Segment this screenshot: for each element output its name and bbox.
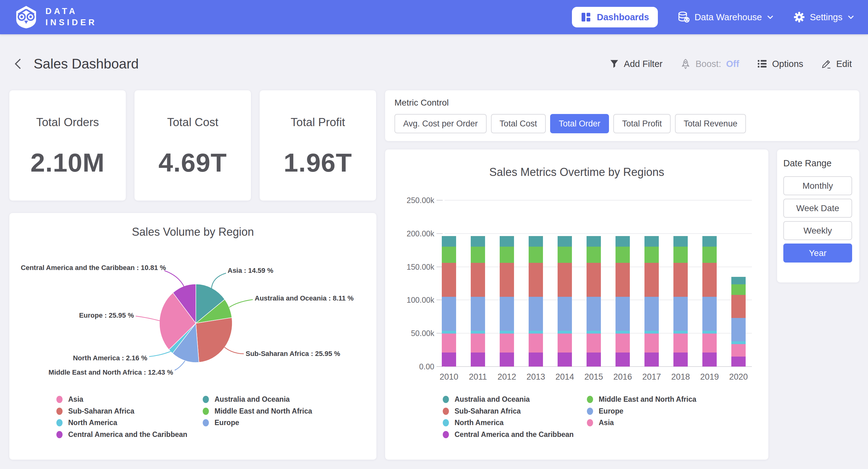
legend-item[interactable]: Middle East and North Africa — [587, 395, 696, 404]
pie-chart-card: Sales Volume by Region Asia : 14.59 %Aus… — [9, 213, 376, 460]
legend-dot — [443, 431, 449, 438]
legend-label: Europe — [215, 418, 239, 427]
top-nav-menu: Dashboards Data Warehouse — [572, 7, 854, 27]
legend-item[interactable]: Sub-Saharan Africa — [56, 407, 134, 415]
legend-label: Central America and the Caribbean — [68, 430, 187, 439]
metric-control-buttons: Avg. Cost per OrderTotal CostTotal Order… — [395, 114, 850, 133]
legend-dot — [56, 408, 63, 415]
kpi-value: 2.10M — [31, 148, 104, 178]
chevron-down-icon — [847, 15, 854, 19]
legend-dot — [203, 408, 209, 415]
kpi-card-total-orders: Total Orders 2.10M — [9, 90, 126, 201]
rocket-icon — [681, 58, 690, 69]
nav-dashboards[interactable]: Dashboards — [572, 7, 658, 27]
bar-chart-card: Sales Metrics Overtime by Regions 0.0050… — [385, 149, 768, 460]
legend-label: Asia — [599, 418, 614, 427]
legend-item[interactable]: North America — [56, 418, 117, 427]
legend-dot — [56, 396, 63, 403]
dashboard-grid-icon — [581, 12, 591, 23]
legend-item[interactable]: Middle East and North Africa — [203, 407, 312, 415]
pie-legend: AsiaSub-Saharan AfricaNorth AmericaCentr… — [9, 213, 376, 460]
nav-dashboards-label: Dashboards — [597, 12, 649, 23]
nav-data-warehouse-label: Data Warehouse — [694, 12, 762, 23]
legend-label: Sub-Saharan Africa — [455, 407, 521, 415]
legend-label: Sub-Saharan Africa — [68, 407, 134, 415]
legend-item[interactable]: Asia — [587, 418, 614, 427]
legend-dot — [443, 396, 449, 403]
database-icon — [678, 11, 690, 23]
back-button[interactable] — [13, 58, 23, 70]
legend-label: Middle East and North Africa — [599, 395, 696, 404]
legend-item[interactable]: Europe — [587, 407, 623, 415]
metric-option-total-profit[interactable]: Total Profit — [613, 114, 671, 133]
top-nav: DATA INSIDER Dashboards — [0, 0, 868, 34]
legend-dot — [56, 431, 63, 438]
legend-dot — [56, 419, 63, 426]
boost-toggle[interactable]: Boost: Off — [681, 58, 739, 69]
nav-data-warehouse[interactable]: Data Warehouse — [678, 11, 774, 23]
edit-button[interactable]: Edit — [821, 59, 852, 69]
metric-option-avg-cost-per-order[interactable]: Avg. Cost per Order — [395, 114, 487, 133]
chevron-down-icon — [767, 15, 774, 19]
gear-icon — [794, 11, 805, 23]
legend-dot — [443, 408, 449, 415]
kpi-label: Total Orders — [36, 116, 99, 129]
legend-item[interactable]: Europe — [203, 418, 239, 427]
filter-funnel-icon — [610, 59, 619, 68]
legend-item[interactable]: Sub-Saharan Africa — [443, 407, 521, 415]
legend-item[interactable]: Australia and Oceania — [443, 395, 530, 404]
metric-control-card: Metric Control Avg. Cost per OrderTotal … — [385, 90, 859, 141]
nav-settings[interactable]: Settings — [794, 11, 854, 23]
page-title: Sales Dashboard — [34, 56, 139, 71]
legend-label: North America — [455, 418, 504, 427]
legend-dot — [587, 408, 593, 415]
legend-item[interactable]: Central America and the Caribbean — [443, 430, 574, 439]
options-button[interactable]: Options — [757, 59, 803, 69]
date-range-option-monthly[interactable]: Monthly — [783, 176, 852, 195]
boost-state: Off — [726, 59, 739, 69]
legend-label: Central America and the Caribbean — [455, 430, 574, 439]
legend-item[interactable]: North America — [443, 418, 504, 427]
date-range-option-weekly[interactable]: Weekly — [783, 221, 852, 240]
date-range-option-week-date[interactable]: Week Date — [783, 199, 852, 218]
brand-line2: INSIDER — [45, 17, 97, 28]
date-range-title: Date Range — [783, 158, 853, 169]
legend-item[interactable]: Asia — [56, 395, 84, 404]
kpi-label: Total Cost — [167, 116, 219, 129]
legend-label: Europe — [599, 407, 623, 415]
kpi-value: 1.96T — [284, 148, 352, 178]
legend-dot — [203, 396, 209, 403]
kpi-value: 4.69T — [158, 148, 227, 178]
legend-label: Australia and Oceania — [455, 395, 530, 404]
options-label: Options — [772, 59, 803, 69]
legend-label: Asia — [68, 395, 84, 404]
brand-line1: DATA — [45, 6, 97, 17]
legend-dot — [443, 419, 449, 426]
legend-dot — [587, 396, 593, 403]
boost-label: Boost: — [695, 59, 721, 69]
legend-item[interactable]: Australia and Oceania — [203, 395, 290, 404]
add-filter-button[interactable]: Add Filter — [610, 59, 662, 69]
kpi-label: Total Profit — [291, 116, 345, 129]
legend-item[interactable]: Central America and the Caribbean — [56, 430, 187, 439]
legend-label: Middle East and North Africa — [215, 407, 312, 415]
legend-label: Australia and Oceania — [215, 395, 290, 404]
pencil-icon — [821, 59, 831, 69]
date-range-card: Date Range MonthlyWeek DateWeeklyYear — [777, 149, 859, 283]
brand-logo[interactable]: DATA INSIDER — [14, 5, 97, 30]
legend-dot — [203, 419, 209, 426]
add-filter-label: Add Filter — [624, 59, 662, 69]
list-options-icon — [757, 59, 767, 68]
kpi-card-total-profit: Total Profit 1.96T — [260, 90, 376, 201]
nav-settings-label: Settings — [810, 12, 842, 23]
page-header: Sales Dashboard Add Filter Boost: Off — [0, 34, 868, 90]
metric-option-total-order[interactable]: Total Order — [550, 114, 609, 133]
metric-control-title: Metric Control — [395, 98, 850, 108]
legend-label: North America — [68, 418, 117, 427]
metric-option-total-revenue[interactable]: Total Revenue — [675, 114, 746, 133]
date-range-option-year[interactable]: Year — [783, 243, 852, 263]
kpi-card-total-cost: Total Cost 4.69T — [134, 90, 251, 201]
metric-option-total-cost[interactable]: Total Cost — [491, 114, 546, 133]
edit-label: Edit — [836, 59, 852, 69]
owl-logo-icon — [14, 5, 39, 30]
